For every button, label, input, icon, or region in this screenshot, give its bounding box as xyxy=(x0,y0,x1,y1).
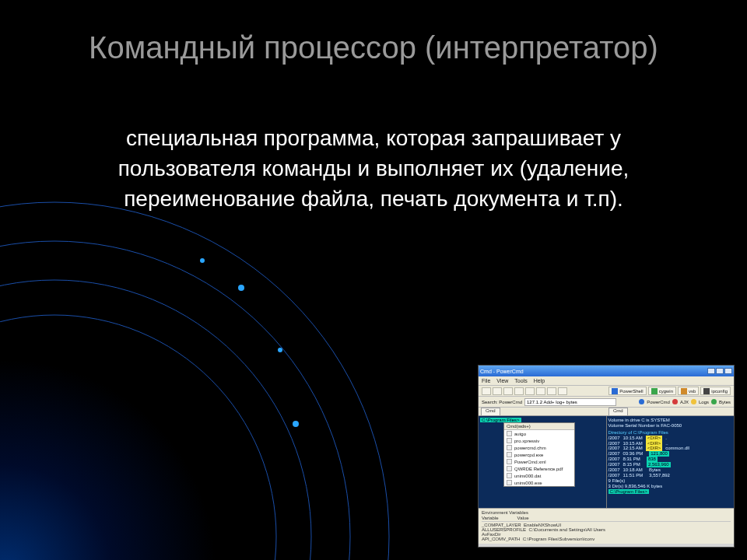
svg-point-6 xyxy=(293,421,299,427)
file-icon xyxy=(507,452,512,457)
toolbar-button[interactable] xyxy=(525,387,535,395)
dropdown-item[interactable]: autgo xyxy=(504,430,574,437)
menu-tools[interactable]: Tools xyxy=(514,378,527,383)
column-header: Variable xyxy=(482,516,499,520)
legend-dot-icon xyxy=(711,399,717,404)
legend-dot-icon xyxy=(691,399,696,404)
cygwin-icon xyxy=(651,388,658,394)
file-icon xyxy=(507,445,512,450)
embedded-screenshot: Cmd - PowerCmd File View Tools Help Powe… xyxy=(478,365,735,548)
console-panes: C:\Program Files> Cmd(wds+) autgo pro.xp… xyxy=(479,416,734,508)
file-icon xyxy=(507,431,512,436)
window-titlebar: Cmd - PowerCmd xyxy=(479,366,734,376)
file-icon xyxy=(507,473,512,478)
dropdown-item[interactable]: unins000.dat xyxy=(504,472,574,479)
ipconfig-icon xyxy=(703,388,710,394)
menu-view[interactable]: View xyxy=(496,378,508,383)
console-text: Volume Serial Number is FAC-0050 xyxy=(608,423,733,429)
console-left[interactable]: C:\Program Files> Cmd(wds+) autgo pro.xp… xyxy=(479,416,607,508)
minimize-button[interactable] xyxy=(707,368,715,374)
legend-dot-icon xyxy=(639,399,644,404)
toolbar-button[interactable] xyxy=(493,387,502,395)
file-icon xyxy=(507,438,512,443)
toolbar-shortcut-powershell[interactable]: PowerShell xyxy=(608,387,646,395)
maximize-button[interactable] xyxy=(716,368,724,374)
dropdown-item[interactable]: QWRDE Reference.pdf xyxy=(504,465,574,472)
dropdown-item[interactable]: PowerCmd.xml xyxy=(504,458,574,465)
toolbar-button[interactable] xyxy=(536,387,545,395)
vsb-icon xyxy=(681,388,687,394)
file-icon xyxy=(507,480,512,485)
menu-file[interactable]: File xyxy=(482,378,490,383)
tab-cmd[interactable]: Cmd xyxy=(481,408,500,415)
legend-dot-icon xyxy=(672,399,678,404)
file-icon xyxy=(507,466,512,471)
svg-point-1 xyxy=(0,241,350,560)
dropdown-item[interactable]: powercmd.chm xyxy=(504,444,574,451)
search-input[interactable] xyxy=(524,398,616,406)
toolbar: PowerShell cygwin vsb ipconfig xyxy=(479,386,734,397)
toolbar-shortcut-vsb[interactable]: vsb xyxy=(678,387,699,395)
env-vars-heading: Environment Variables xyxy=(482,510,731,515)
background-glow xyxy=(0,358,218,560)
console-text: Volume in drive C is SYSTEM xyxy=(608,418,733,423)
close-button[interactable] xyxy=(724,368,732,374)
svg-point-3 xyxy=(0,315,276,560)
console-text: Directory of C:\Program Files xyxy=(608,430,733,436)
legend-label: AJX xyxy=(680,400,689,404)
search-bar: Search: PowerCmd PowerCmd AJX Logs Bytes xyxy=(479,397,734,408)
dropdown-item[interactable]: unins000.exe xyxy=(504,479,574,486)
prompt-text: C:\Program Files> xyxy=(608,489,650,495)
svg-point-7 xyxy=(200,258,205,263)
column-header: Value xyxy=(517,516,529,520)
window-title: Cmd - PowerCmd xyxy=(480,369,524,374)
toolbar-button[interactable] xyxy=(503,387,513,395)
svg-point-5 xyxy=(278,348,282,352)
dropdown-item[interactable]: powercpd.exe xyxy=(504,451,574,458)
slide-title: Командный процессор (интерпретатор) xyxy=(0,28,747,67)
toolbar-button[interactable] xyxy=(482,387,491,395)
dropdown-header: Cmd(wds+) xyxy=(504,423,574,430)
background-orbits xyxy=(0,187,405,560)
svg-point-2 xyxy=(0,280,311,560)
search-label: Search: PowerCmd xyxy=(482,400,522,404)
tab-strip: Cmd Cmd xyxy=(479,408,734,416)
toolbar-button[interactable] xyxy=(514,387,524,395)
toolbar-shortcut-cygwin[interactable]: cygwin xyxy=(648,387,676,395)
svg-point-4 xyxy=(238,285,244,291)
env-vars-panel: Environment Variables VariableValue _COM… xyxy=(479,508,734,544)
legend-label: Bytes xyxy=(719,400,731,404)
console-right[interactable]: Volume in drive C is SYSTEM Volume Seria… xyxy=(607,416,735,508)
slide-body-text: специальная программа, которая запрашива… xyxy=(78,123,669,215)
menu-help[interactable]: Help xyxy=(534,378,545,383)
file-icon xyxy=(507,459,512,464)
legend-label: Logs xyxy=(699,400,709,404)
toolbar-shortcut-ipconfig[interactable]: ipconfig xyxy=(700,387,731,395)
tab-cmd[interactable]: Cmd xyxy=(608,408,628,415)
powershell-icon xyxy=(612,388,618,394)
autocomplete-dropdown: Cmd(wds+) autgo pro.xpressiv powercmd.ch… xyxy=(503,422,575,487)
svg-point-0 xyxy=(0,202,389,560)
toolbar-button[interactable] xyxy=(547,387,556,395)
toolbar-button[interactable] xyxy=(558,387,567,395)
menu-bar: File View Tools Help xyxy=(479,376,734,386)
dropdown-item[interactable]: pro.xpressiv xyxy=(504,437,574,444)
legend-label: PowerCmd xyxy=(647,400,670,404)
